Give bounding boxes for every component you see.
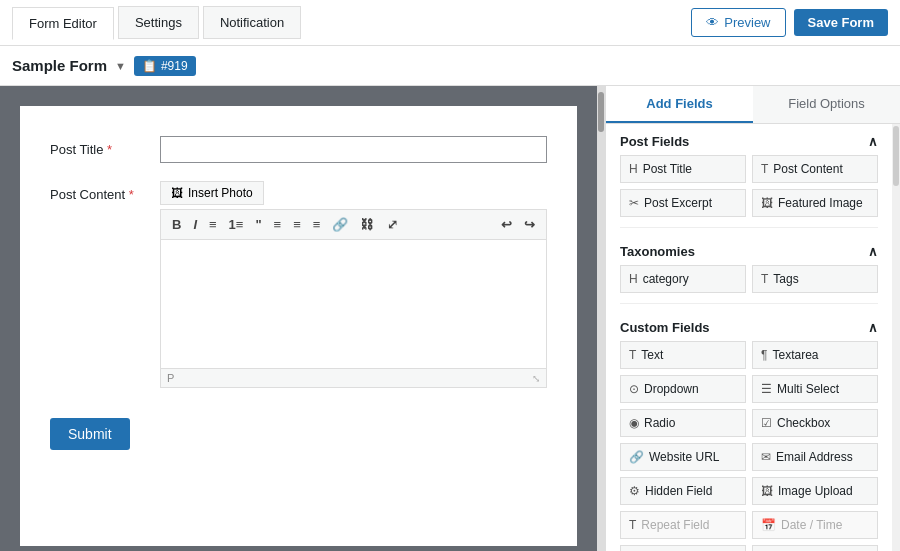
- h-icon-2: H: [629, 272, 638, 286]
- preview-button[interactable]: 👁 Preview: [691, 8, 785, 37]
- field-btn-file-upload[interactable]: T File Upload: [620, 545, 746, 551]
- field-btn-post-excerpt[interactable]: ✂ Post Excerpt: [620, 189, 746, 217]
- link-icon: 🔗: [629, 450, 644, 464]
- panel-body: Post Fields ∧ H Post Title T Post Conten…: [606, 124, 892, 551]
- post-content-editor: 🖼 Insert Photo B I ≡ 1≡ " ≡ ≡ ≡ 🔗 ⛓: [160, 181, 547, 388]
- right-scroll-thumb: [893, 126, 899, 186]
- form-canvas: Post Title * Post Content * 🖼 Insert Pho…: [20, 106, 577, 546]
- editor-format-indicator: P: [167, 372, 174, 384]
- eye-icon: 👁: [706, 15, 719, 30]
- bold-button[interactable]: B: [167, 214, 186, 235]
- save-form-button[interactable]: Save Form: [794, 9, 888, 36]
- photo-icon: 🖼: [171, 186, 183, 200]
- hidden-icon: ⚙: [629, 484, 640, 498]
- right-panel: Add Fields Field Options Post Fields ∧ H…: [605, 86, 900, 551]
- scroll-thumb: [598, 92, 604, 132]
- editor-body[interactable]: [160, 239, 547, 369]
- second-bar: Sample Form ▼ 📋 #919: [0, 46, 900, 86]
- post-fields-header: Post Fields ∧: [606, 124, 892, 155]
- repeat-icon: T: [629, 518, 636, 532]
- ol-button[interactable]: 1≡: [224, 214, 249, 235]
- chevron-down-icon[interactable]: ▼: [115, 60, 126, 72]
- t-icon-3: T: [629, 348, 636, 362]
- radio-icon: ◉: [629, 416, 639, 430]
- top-bar-actions: 👁 Preview Save Form: [691, 8, 888, 37]
- align-right-button[interactable]: ≡: [308, 214, 326, 235]
- field-btn-website-url[interactable]: 🔗 Website URL: [620, 443, 746, 471]
- img-upload-icon: 🖼: [761, 484, 773, 498]
- field-btn-hidden[interactable]: ⚙ Hidden Field: [620, 477, 746, 505]
- redo-button[interactable]: ↪: [519, 214, 540, 235]
- editor-toolbar: B I ≡ 1≡ " ≡ ≡ ≡ 🔗 ⛓ ⤢ ↩ ↪: [160, 209, 547, 239]
- custom-fields-header: Custom Fields ∧: [606, 310, 892, 341]
- field-btn-post-title[interactable]: H Post Title: [620, 155, 746, 183]
- align-center-button[interactable]: ≡: [288, 214, 306, 235]
- align-left-button[interactable]: ≡: [269, 214, 287, 235]
- t-icon-2: T: [761, 272, 768, 286]
- submit-button[interactable]: Submit: [50, 418, 130, 450]
- required-indicator-2: *: [129, 187, 134, 202]
- field-btn-textarea[interactable]: ¶ Textarea: [752, 341, 878, 369]
- undo-button[interactable]: ↩: [496, 214, 517, 235]
- top-bar: Form Editor Settings Notification 👁 Prev…: [0, 0, 900, 46]
- post-title-input[interactable]: [160, 136, 547, 163]
- custom-fields-grid: T Text ¶ Textarea ⊙ Dropdown ☰ Multi Sel…: [606, 341, 892, 551]
- resize-handle[interactable]: ⤡: [532, 373, 540, 384]
- checkbox-icon: ☑: [761, 416, 772, 430]
- collapse-custom-icon[interactable]: ∧: [868, 320, 878, 335]
- field-btn-text[interactable]: T Text: [620, 341, 746, 369]
- field-btn-checkbox[interactable]: ☑ Checkbox: [752, 409, 878, 437]
- post-content-field: Post Content * 🖼 Insert Photo B I ≡ 1≡ ": [50, 181, 547, 388]
- tab-form-editor[interactable]: Form Editor: [12, 7, 114, 40]
- tab-settings[interactable]: Settings: [118, 6, 199, 39]
- post-fields-grid: H Post Title T Post Content ✂ Post Excer…: [606, 155, 892, 227]
- dropdown-icon: ⊙: [629, 382, 639, 396]
- list-icon: ☰: [761, 382, 772, 396]
- italic-button[interactable]: I: [188, 214, 202, 235]
- field-btn-dropdown[interactable]: ⊙ Dropdown: [620, 375, 746, 403]
- editor-footer: P ⤡: [160, 369, 547, 388]
- field-btn-country[interactable]: 🌐 Country List: [752, 545, 878, 551]
- t-icon: T: [761, 162, 768, 176]
- para-icon: ¶: [761, 348, 767, 362]
- field-btn-image-upload[interactable]: 🖼 Image Upload: [752, 477, 878, 505]
- tab-add-fields[interactable]: Add Fields: [606, 86, 753, 123]
- tab-field-options[interactable]: Field Options: [753, 86, 900, 123]
- form-id-badge: 📋 #919: [134, 56, 196, 76]
- field-btn-radio[interactable]: ◉ Radio: [620, 409, 746, 437]
- required-indicator: *: [107, 142, 112, 157]
- quote-button[interactable]: ": [250, 214, 266, 235]
- form-area: Post Title * Post Content * 🖼 Insert Pho…: [0, 86, 597, 551]
- form-scrollbar[interactable]: [597, 86, 605, 551]
- panel-tabs: Add Fields Field Options: [606, 86, 900, 124]
- insert-photo-button[interactable]: 🖼 Insert Photo: [160, 181, 264, 205]
- collapse-tax-icon[interactable]: ∧: [868, 244, 878, 259]
- unlink-button[interactable]: ⛓: [355, 214, 378, 235]
- collapse-icon[interactable]: ∧: [868, 134, 878, 149]
- post-title-input-wrapper: [160, 136, 547, 163]
- main-layout: Post Title * Post Content * 🖼 Insert Pho…: [0, 86, 900, 551]
- ul-button[interactable]: ≡: [204, 214, 222, 235]
- post-content-label: Post Content *: [50, 181, 160, 202]
- image-icon: 🖼: [761, 196, 773, 210]
- h-icon: H: [629, 162, 638, 176]
- fullscreen-button[interactable]: ⤢: [382, 214, 403, 235]
- scissors-icon: ✂: [629, 196, 639, 210]
- post-title-label: Post Title *: [50, 136, 160, 157]
- field-btn-email[interactable]: ✉ Email Address: [752, 443, 878, 471]
- field-btn-tags[interactable]: T Tags: [752, 265, 878, 293]
- field-btn-featured-image[interactable]: 🖼 Featured Image: [752, 189, 878, 217]
- taxonomies-grid: H category T Tags: [606, 265, 892, 303]
- email-icon: ✉: [761, 450, 771, 464]
- document-icon: 📋: [142, 59, 157, 73]
- field-btn-multiselect[interactable]: ☰ Multi Select: [752, 375, 878, 403]
- field-btn-category[interactable]: H category: [620, 265, 746, 293]
- taxonomies-header: Taxonomies ∧: [606, 234, 892, 265]
- right-panel-scrollbar[interactable]: [892, 124, 900, 551]
- calendar-icon: 📅: [761, 518, 776, 532]
- field-btn-datetime: 📅 Date / Time: [752, 511, 878, 539]
- field-btn-post-content[interactable]: T Post Content: [752, 155, 878, 183]
- link-button[interactable]: 🔗: [327, 214, 353, 235]
- tab-notification[interactable]: Notification: [203, 6, 301, 39]
- post-title-field: Post Title *: [50, 136, 547, 163]
